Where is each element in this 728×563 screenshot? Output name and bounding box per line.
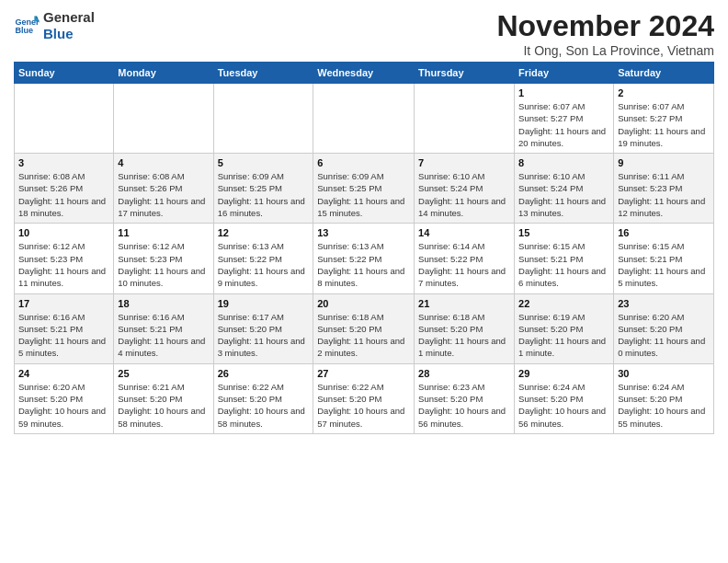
day-detail: Sunrise: 6:19 AM Sunset: 5:20 PM Dayligh… (518, 311, 609, 360)
calendar-cell: 22Sunrise: 6:19 AM Sunset: 5:20 PM Dayli… (515, 293, 614, 363)
calendar-cell: 24Sunrise: 6:20 AM Sunset: 5:20 PM Dayli… (15, 363, 114, 433)
day-number: 23 (618, 298, 710, 309)
day-number: 26 (218, 368, 310, 379)
calendar-cell: 11Sunrise: 6:12 AM Sunset: 5:23 PM Dayli… (114, 224, 213, 293)
calendar-cell: 7Sunrise: 6:10 AM Sunset: 5:24 PM Daylig… (415, 154, 515, 224)
day-detail: Sunrise: 6:13 AM Sunset: 5:22 PM Dayligh… (218, 240, 310, 289)
col-thursday: Thursday (415, 63, 515, 84)
calendar-cell: 23Sunrise: 6:20 AM Sunset: 5:20 PM Dayli… (614, 293, 714, 363)
main-container: General Blue General Blue November 2024 … (0, 0, 728, 443)
calendar-table: Sunday Monday Tuesday Wednesday Thursday… (14, 62, 714, 434)
calendar-cell: 27Sunrise: 6:22 AM Sunset: 5:20 PM Dayli… (313, 363, 415, 433)
logo-general: General (43, 9, 95, 26)
day-detail: Sunrise: 6:12 AM Sunset: 5:23 PM Dayligh… (118, 240, 209, 289)
day-detail: Sunrise: 6:20 AM Sunset: 5:20 PM Dayligh… (618, 311, 710, 360)
day-number: 8 (518, 157, 609, 168)
col-monday: Monday (114, 63, 213, 84)
day-number: 25 (118, 368, 209, 379)
day-detail: Sunrise: 6:22 AM Sunset: 5:20 PM Dayligh… (218, 381, 310, 430)
day-detail: Sunrise: 6:07 AM Sunset: 5:27 PM Dayligh… (618, 100, 710, 149)
logo-blue: Blue (43, 26, 95, 42)
calendar-week-2: 3Sunrise: 6:08 AM Sunset: 5:26 PM Daylig… (15, 154, 714, 224)
day-detail: Sunrise: 6:24 AM Sunset: 5:20 PM Dayligh… (618, 381, 710, 430)
day-detail: Sunrise: 6:09 AM Sunset: 5:25 PM Dayligh… (218, 170, 310, 219)
calendar-cell (15, 84, 114, 154)
day-number: 18 (118, 298, 209, 309)
calendar-cell (213, 84, 313, 154)
day-number: 7 (418, 157, 510, 168)
day-number: 28 (418, 368, 510, 379)
calendar-cell: 29Sunrise: 6:24 AM Sunset: 5:20 PM Dayli… (515, 363, 614, 433)
day-detail: Sunrise: 6:16 AM Sunset: 5:21 PM Dayligh… (18, 311, 109, 360)
day-number: 20 (317, 298, 410, 309)
day-detail: Sunrise: 6:11 AM Sunset: 5:23 PM Dayligh… (618, 170, 710, 219)
calendar-cell: 25Sunrise: 6:21 AM Sunset: 5:20 PM Dayli… (114, 363, 213, 433)
day-detail: Sunrise: 6:21 AM Sunset: 5:20 PM Dayligh… (118, 381, 209, 430)
day-number: 11 (118, 227, 209, 238)
calendar-cell: 13Sunrise: 6:13 AM Sunset: 5:22 PM Dayli… (313, 224, 415, 293)
day-detail: Sunrise: 6:20 AM Sunset: 5:20 PM Dayligh… (18, 381, 109, 430)
day-detail: Sunrise: 6:10 AM Sunset: 5:24 PM Dayligh… (418, 170, 510, 219)
calendar-cell: 12Sunrise: 6:13 AM Sunset: 5:22 PM Dayli… (213, 224, 313, 293)
calendar-cell: 1Sunrise: 6:07 AM Sunset: 5:27 PM Daylig… (515, 84, 614, 154)
calendar-cell (415, 84, 515, 154)
day-number: 17 (18, 298, 109, 309)
day-number: 29 (518, 368, 609, 379)
day-number: 19 (218, 298, 310, 309)
calendar-cell: 14Sunrise: 6:14 AM Sunset: 5:22 PM Dayli… (415, 224, 515, 293)
calendar-cell: 16Sunrise: 6:15 AM Sunset: 5:21 PM Dayli… (614, 224, 714, 293)
day-number: 3 (18, 157, 109, 168)
title-block: November 2024 It Ong, Son La Province, V… (496, 9, 714, 58)
calendar-cell: 26Sunrise: 6:22 AM Sunset: 5:20 PM Dayli… (213, 363, 313, 433)
calendar-body: 1Sunrise: 6:07 AM Sunset: 5:27 PM Daylig… (15, 84, 714, 434)
calendar-cell: 4Sunrise: 6:08 AM Sunset: 5:26 PM Daylig… (114, 154, 213, 224)
day-detail: Sunrise: 6:23 AM Sunset: 5:20 PM Dayligh… (418, 381, 510, 430)
calendar-cell (313, 84, 415, 154)
day-detail: Sunrise: 6:08 AM Sunset: 5:26 PM Dayligh… (18, 170, 109, 219)
calendar-cell: 28Sunrise: 6:23 AM Sunset: 5:20 PM Dayli… (415, 363, 515, 433)
svg-text:Blue: Blue (15, 26, 33, 35)
col-saturday: Saturday (614, 63, 714, 84)
calendar-cell: 6Sunrise: 6:09 AM Sunset: 5:25 PM Daylig… (313, 154, 415, 224)
col-wednesday: Wednesday (313, 63, 415, 84)
calendar-cell: 2Sunrise: 6:07 AM Sunset: 5:27 PM Daylig… (614, 84, 714, 154)
day-detail: Sunrise: 6:17 AM Sunset: 5:20 PM Dayligh… (218, 311, 310, 360)
day-number: 4 (118, 157, 209, 168)
calendar-cell: 30Sunrise: 6:24 AM Sunset: 5:20 PM Dayli… (614, 363, 714, 433)
day-number: 12 (218, 227, 310, 238)
day-detail: Sunrise: 6:15 AM Sunset: 5:21 PM Dayligh… (618, 240, 710, 289)
day-number: 22 (518, 298, 609, 309)
day-detail: Sunrise: 6:10 AM Sunset: 5:24 PM Dayligh… (518, 170, 609, 219)
col-sunday: Sunday (15, 63, 114, 84)
logo: General Blue General Blue (14, 9, 95, 42)
calendar-cell: 5Sunrise: 6:09 AM Sunset: 5:25 PM Daylig… (213, 154, 313, 224)
day-detail: Sunrise: 6:24 AM Sunset: 5:20 PM Dayligh… (518, 381, 609, 430)
day-detail: Sunrise: 6:18 AM Sunset: 5:20 PM Dayligh… (317, 311, 410, 360)
logo-icon: General Blue (14, 13, 40, 39)
day-detail: Sunrise: 6:15 AM Sunset: 5:21 PM Dayligh… (518, 240, 609, 289)
day-number: 13 (317, 227, 410, 238)
month-title: November 2024 (496, 9, 714, 43)
day-number: 27 (317, 368, 410, 379)
calendar-cell: 18Sunrise: 6:16 AM Sunset: 5:21 PM Dayli… (114, 293, 213, 363)
day-detail: Sunrise: 6:07 AM Sunset: 5:27 PM Dayligh… (518, 100, 609, 149)
calendar-cell: 15Sunrise: 6:15 AM Sunset: 5:21 PM Dayli… (515, 224, 614, 293)
calendar-cell (114, 84, 213, 154)
day-detail: Sunrise: 6:16 AM Sunset: 5:21 PM Dayligh… (118, 311, 209, 360)
header-row: Sunday Monday Tuesday Wednesday Thursday… (15, 63, 714, 84)
day-number: 9 (618, 157, 710, 168)
day-detail: Sunrise: 6:13 AM Sunset: 5:22 PM Dayligh… (317, 240, 410, 289)
day-number: 24 (18, 368, 109, 379)
calendar-cell: 20Sunrise: 6:18 AM Sunset: 5:20 PM Dayli… (313, 293, 415, 363)
location-subtitle: It Ong, Son La Province, Vietnam (496, 43, 714, 58)
calendar-cell: 19Sunrise: 6:17 AM Sunset: 5:20 PM Dayli… (213, 293, 313, 363)
day-detail: Sunrise: 6:14 AM Sunset: 5:22 PM Dayligh… (418, 240, 510, 289)
day-number: 2 (618, 87, 710, 98)
day-number: 21 (418, 298, 510, 309)
calendar-cell: 21Sunrise: 6:18 AM Sunset: 5:20 PM Dayli… (415, 293, 515, 363)
day-number: 30 (618, 368, 710, 379)
calendar-week-5: 24Sunrise: 6:20 AM Sunset: 5:20 PM Dayli… (15, 363, 714, 433)
day-detail: Sunrise: 6:09 AM Sunset: 5:25 PM Dayligh… (317, 170, 410, 219)
day-number: 10 (18, 227, 109, 238)
day-detail: Sunrise: 6:08 AM Sunset: 5:26 PM Dayligh… (118, 170, 209, 219)
